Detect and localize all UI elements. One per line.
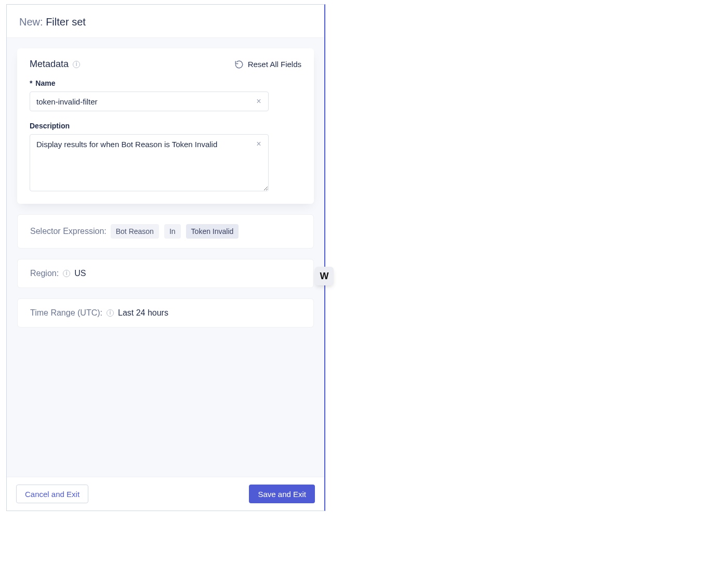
name-label-text: Name [35, 79, 55, 87]
region-value: US [74, 269, 86, 278]
close-icon: × [256, 139, 261, 149]
panel-header: New: Filter set [7, 5, 324, 38]
metadata-title: Metadata i [30, 59, 80, 70]
page-title: New: Filter set [19, 16, 312, 28]
time-range-value: Last 24 hours [118, 308, 168, 318]
region-row: Region: i US [30, 269, 301, 278]
metadata-title-text: Metadata [30, 59, 69, 70]
name-input-wrap: × [30, 92, 269, 111]
name-field-block: * Name × [30, 79, 301, 111]
clear-name-button[interactable]: × [254, 97, 263, 106]
region-label: Region: [30, 269, 59, 278]
panel-footer: Cancel and Exit Save and Exit [7, 477, 324, 511]
selector-row: Selector Expression: Bot Reason In Token… [30, 224, 301, 239]
widget-logo-icon: W [320, 271, 329, 282]
reset-all-fields-button[interactable]: Reset All Fields [234, 60, 301, 69]
description-label: Description [30, 122, 301, 130]
undo-icon [234, 60, 244, 69]
required-mark: * [30, 79, 32, 87]
filter-set-panel: New: Filter set Metadata i Reset A [6, 4, 325, 511]
page-title-suffix: Filter set [46, 16, 86, 28]
name-input[interactable] [30, 92, 269, 111]
info-icon[interactable]: i [73, 61, 80, 68]
save-button[interactable]: Save and Exit [249, 485, 315, 503]
selector-chip-field[interactable]: Bot Reason [111, 224, 159, 239]
panel-body: Metadata i Reset All Fields * N [7, 38, 324, 477]
selector-chip-value[interactable]: Token Invalid [186, 224, 239, 239]
cancel-button[interactable]: Cancel and Exit [16, 485, 88, 503]
region-card: Region: i US [17, 259, 314, 288]
time-range-label: Time Range (UTC): [30, 308, 102, 318]
reset-all-fields-label: Reset All Fields [248, 60, 301, 69]
info-icon[interactable]: i [63, 270, 70, 277]
selector-chip-operator[interactable]: In [164, 224, 181, 239]
description-field-block: Description × [30, 122, 301, 193]
metadata-card: Metadata i Reset All Fields * N [17, 48, 314, 204]
info-icon[interactable]: i [107, 309, 114, 317]
description-textarea[interactable] [30, 134, 269, 191]
selector-label: Selector Expression: [30, 227, 107, 236]
selector-card: Selector Expression: Bot Reason In Token… [17, 214, 314, 249]
metadata-header-row: Metadata i Reset All Fields [30, 59, 301, 70]
help-widget-button[interactable]: W [315, 267, 334, 285]
time-range-card: Time Range (UTC): i Last 24 hours [17, 298, 314, 328]
name-label: * Name [30, 79, 301, 87]
page-title-prefix: New: [19, 16, 43, 28]
clear-description-button[interactable]: × [254, 139, 263, 149]
description-input-wrap: × [30, 134, 269, 193]
time-range-row: Time Range (UTC): i Last 24 hours [30, 308, 301, 318]
close-icon: × [256, 97, 261, 106]
